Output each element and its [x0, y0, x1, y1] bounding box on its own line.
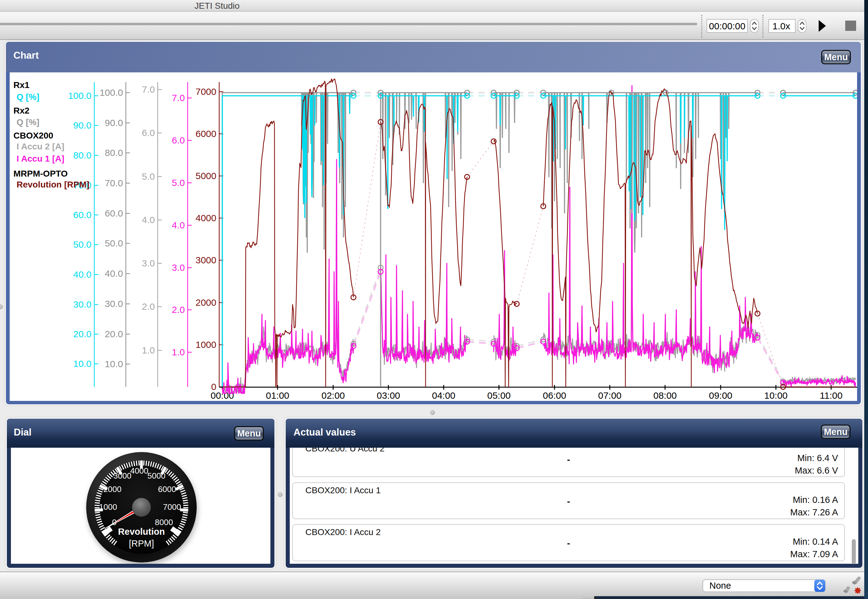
svg-text:CBOX200: CBOX200 [14, 131, 53, 140]
svg-text:1000: 1000 [99, 502, 117, 512]
svg-text:5000: 5000 [195, 171, 216, 181]
svg-text:40.0: 40.0 [73, 269, 92, 280]
svg-text:10.0: 10.0 [105, 359, 123, 369]
svg-text:1.0: 1.0 [172, 347, 185, 357]
svg-text:7000: 7000 [195, 86, 216, 97]
svg-text:[RPM]: [RPM] [129, 539, 154, 548]
svg-text:100.0: 100.0 [68, 90, 92, 101]
svg-text:90.0: 90.0 [105, 117, 123, 128]
svg-text:3.0: 3.0 [172, 262, 185, 273]
svg-text:30.0: 30.0 [105, 299, 123, 309]
svg-text:06:00: 06:00 [543, 390, 566, 400]
svg-text:Rx1: Rx1 [14, 80, 29, 90]
svg-text:7000: 7000 [163, 502, 181, 512]
svg-text:03:00: 03:00 [377, 390, 400, 400]
svg-text:04:00: 04:00 [432, 390, 455, 400]
svg-text:3000: 3000 [113, 471, 131, 480]
svg-text:09:00: 09:00 [709, 390, 732, 400]
svg-text:05:00: 05:00 [487, 390, 510, 400]
svg-text:2000: 2000 [103, 485, 121, 494]
svg-text:80.0: 80.0 [73, 150, 92, 160]
svg-text:6.0: 6.0 [142, 128, 155, 138]
svg-text:8000: 8000 [155, 518, 173, 527]
svg-text:7.0: 7.0 [172, 93, 185, 103]
svg-text:I Accu 1 [A]: I Accu 1 [A] [17, 154, 64, 164]
svg-text:100.0: 100.0 [100, 87, 123, 98]
svg-text:50.0: 50.0 [73, 239, 92, 250]
svg-text:70.0: 70.0 [105, 178, 123, 188]
svg-text:5.0: 5.0 [142, 171, 155, 182]
svg-text:10.0: 10.0 [73, 358, 92, 369]
svg-text:3.0: 3.0 [142, 258, 155, 268]
svg-text:80.0: 80.0 [105, 147, 123, 158]
svg-text:60.0: 60.0 [73, 210, 92, 220]
svg-text:4000: 4000 [195, 213, 216, 223]
svg-text:4.0: 4.0 [142, 215, 155, 225]
svg-text:Q [%]: Q [%] [17, 117, 39, 127]
svg-text:2.0: 2.0 [142, 301, 155, 312]
svg-text:11:00: 11:00 [820, 390, 843, 400]
svg-text:Revolution [RPM]: Revolution [RPM] [17, 180, 89, 190]
svg-text:30.0: 30.0 [73, 299, 92, 310]
svg-text:20.0: 20.0 [73, 329, 92, 339]
svg-text:3000: 3000 [195, 255, 216, 265]
svg-text:Rx2: Rx2 [14, 106, 29, 116]
svg-text:2.0: 2.0 [172, 304, 185, 315]
svg-text:6000: 6000 [158, 485, 176, 494]
svg-text:4000: 4000 [130, 466, 148, 476]
svg-text:20.0: 20.0 [105, 329, 123, 339]
svg-text:40.0: 40.0 [105, 268, 123, 278]
svg-text:1000: 1000 [195, 339, 216, 350]
svg-text:5.0: 5.0 [172, 178, 185, 188]
svg-text:6.0: 6.0 [172, 135, 185, 145]
svg-text:60.0: 60.0 [105, 208, 123, 218]
svg-text:I Accu 2 [A]: I Accu 2 [A] [17, 141, 64, 151]
svg-text:7.0: 7.0 [142, 84, 155, 95]
svg-text:50.0: 50.0 [105, 238, 123, 248]
svg-text:07:00: 07:00 [598, 390, 621, 400]
svg-text:6000: 6000 [195, 128, 216, 139]
svg-text:4.0: 4.0 [172, 220, 185, 230]
svg-text:02:00: 02:00 [321, 390, 345, 400]
svg-text:10:00: 10:00 [764, 390, 788, 400]
svg-text:2000: 2000 [195, 297, 216, 308]
svg-text:Revolution: Revolution [118, 527, 165, 537]
svg-text:5000: 5000 [147, 471, 166, 480]
svg-text:1.0: 1.0 [142, 345, 155, 355]
svg-text:90.0: 90.0 [73, 120, 92, 130]
svg-text:08:00: 08:00 [653, 390, 676, 400]
svg-text:MRPM-OPTO: MRPM-OPTO [14, 169, 68, 178]
svg-text:01:00: 01:00 [266, 390, 289, 400]
svg-text:Q [%]: Q [%] [17, 92, 39, 102]
